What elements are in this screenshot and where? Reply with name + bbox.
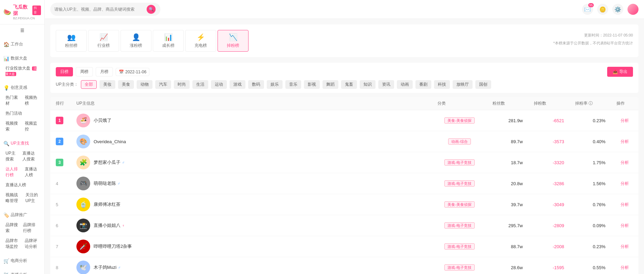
sidebar-item-workspace[interactable]: 🏠 工作台 bbox=[3, 39, 41, 49]
cat-all[interactable]: 全部 bbox=[81, 80, 97, 89]
th-action: 操作 bbox=[611, 97, 638, 110]
cat-entertainment[interactable]: 娱乐 bbox=[267, 80, 283, 89]
cat-fashion[interactable]: 时尚 bbox=[174, 80, 190, 89]
fans-count: 88.7w bbox=[511, 244, 523, 249]
sidebar-item-video-search[interactable]: 视频搜索 bbox=[3, 119, 22, 134]
search-input[interactable] bbox=[54, 7, 144, 12]
cat-music[interactable]: 音乐 bbox=[285, 80, 301, 89]
sidebar-item-follow-up[interactable]: 关注的UP主 bbox=[23, 191, 41, 205]
logo-icon: 🍉 bbox=[3, 8, 11, 16]
tab-industry[interactable]: 📈 行业榜 bbox=[88, 30, 119, 52]
date-picker[interactable]: 📅 2022-11-06 bbox=[116, 68, 149, 76]
sidebar-item-brand-market[interactable]: 品牌市场监控 bbox=[3, 236, 22, 251]
sidebar-item-brand-review[interactable]: 品牌评论分析 bbox=[23, 236, 41, 251]
loss-cell: -2809 bbox=[528, 215, 570, 236]
sidebar-item-ecommerce[interactable]: 🛒 电商分析 bbox=[3, 256, 41, 266]
badge-flow: 流量大盘 bbox=[6, 66, 36, 76]
menu-toggle[interactable]: ☰ bbox=[0, 24, 44, 36]
sidebar-item-datapan[interactable]: 📊 数据大盘 bbox=[3, 53, 41, 63]
sidebar-item-live-person[interactable]: 直播达人榜 bbox=[3, 181, 28, 189]
user-avatar[interactable] bbox=[627, 4, 638, 15]
cat-car[interactable]: 汽车 bbox=[155, 80, 171, 89]
sidebar-item-industry-board[interactable]: 行业投放大盘 流量大盘 bbox=[3, 64, 41, 78]
cat-animal[interactable]: 动物 bbox=[137, 80, 152, 89]
sidebar-item-live[interactable]: 📡 直播分析 bbox=[3, 270, 41, 274]
tab-growth[interactable]: 📊 成长榜 bbox=[153, 30, 184, 52]
cat-film[interactable]: 影视 bbox=[304, 80, 320, 89]
cat-ghost[interactable]: 鬼畜 bbox=[341, 80, 357, 89]
sidebar-item-video-hot[interactable]: 视频热榜 bbox=[23, 93, 41, 108]
loss-count: -3286 bbox=[553, 181, 564, 186]
tab-lose[interactable]: 📉 掉粉榜 bbox=[218, 30, 249, 52]
live-label: 直播分析 bbox=[11, 272, 27, 274]
sidebar-item-brand[interactable]: 🏷️ 品牌推广 bbox=[3, 210, 41, 220]
cat-digital[interactable]: 数码 bbox=[248, 80, 264, 89]
sidebar-item-brand-search[interactable]: 品牌搜索 bbox=[3, 221, 20, 235]
loss-cell: -3286 bbox=[528, 173, 570, 194]
cat-national[interactable]: 国创 bbox=[475, 80, 491, 89]
cat-tech[interactable]: 科技 bbox=[434, 80, 450, 89]
filter-daily[interactable]: 日榜 bbox=[56, 67, 73, 76]
datapan-label: 数据大盘 bbox=[11, 55, 27, 61]
cat-cinema[interactable]: 放映厅 bbox=[453, 80, 473, 89]
sidebar-item-live-search[interactable]: 直播达人搜索 bbox=[20, 149, 41, 164]
cat-cell: 游戏-电子竞技 bbox=[432, 152, 487, 173]
tab-fans[interactable]: 👥 粉丝榜 bbox=[56, 30, 87, 52]
action-cell: 分析 bbox=[611, 257, 638, 274]
cat-animation[interactable]: 动画 bbox=[397, 80, 413, 89]
sidebar-item-hot-material[interactable]: 热门素材 bbox=[3, 93, 22, 108]
tab-rising[interactable]: 👤 涨粉榜 bbox=[120, 30, 151, 52]
sidebar-item-live-rank[interactable]: 直播达人榜 bbox=[23, 165, 41, 179]
sidebar-item-creative[interactable]: 💡 创意灵感 bbox=[3, 83, 41, 93]
lose-icon: 📉 bbox=[229, 33, 237, 41]
tab-charge[interactable]: ⚡ 充电榜 bbox=[185, 30, 216, 52]
loss-count: -3320 bbox=[553, 160, 564, 165]
sidebar-item-video-strategy[interactable]: 视频战略管理 bbox=[3, 191, 23, 205]
analyze-button[interactable]: 分析 bbox=[621, 265, 629, 270]
date-value: 2022-11-06 bbox=[125, 70, 146, 74]
fans-count: 295.7w bbox=[508, 223, 523, 228]
analyze-button[interactable]: 分析 bbox=[621, 139, 629, 144]
action-cell: 分析 bbox=[611, 173, 638, 194]
cat-anime[interactable]: 番剧 bbox=[415, 80, 431, 89]
sidebar-item-upsearch[interactable]: 🔍 UP主查找 bbox=[3, 138, 41, 148]
brand-label: 品牌推广 bbox=[11, 212, 27, 218]
cat-dance[interactable]: 舞蹈 bbox=[323, 80, 338, 89]
datapan-icon: 📊 bbox=[3, 56, 9, 61]
analyze-button[interactable]: 分析 bbox=[621, 244, 629, 249]
cat-life[interactable]: 生活 bbox=[192, 80, 208, 89]
analyze-button[interactable]: 分析 bbox=[621, 223, 629, 228]
rate-cell: 0.76% bbox=[570, 194, 611, 215]
sidebar-item-up-search[interactable]: UP主搜索 bbox=[3, 149, 20, 164]
search-button[interactable]: 🔍 bbox=[147, 5, 156, 14]
cat-beauty[interactable]: 美妆 bbox=[99, 80, 115, 89]
cat-news[interactable]: 资讯 bbox=[378, 80, 394, 89]
filter-weekly[interactable]: 周榜 bbox=[76, 67, 93, 76]
sidebar-item-brand-rank[interactable]: 品牌排行榜 bbox=[21, 221, 41, 235]
rate-cell: 0.23% bbox=[570, 110, 611, 131]
sidebar-item-influencer-rank[interactable]: 达人排行榜 bbox=[3, 165, 22, 179]
cat-game[interactable]: 游戏 bbox=[230, 80, 245, 89]
sidebar-section-live: 📡 直播分析 bbox=[0, 267, 44, 274]
up-avatar: 🗡️ bbox=[76, 240, 90, 253]
sidebar-item-hot-activity[interactable]: 热门活动 bbox=[3, 109, 24, 118]
filter-monthly[interactable]: 月榜 bbox=[96, 67, 113, 76]
rank-cell: 2 bbox=[50, 131, 71, 152]
analyze-button[interactable]: 分析 bbox=[621, 160, 629, 165]
cat-knowledge[interactable]: 知识 bbox=[360, 80, 376, 89]
notification-icon[interactable]: ✉️ 55 bbox=[582, 4, 593, 15]
settings-icon[interactable]: ⚙️ bbox=[612, 4, 623, 15]
cat-sports[interactable]: 运动 bbox=[211, 80, 227, 89]
up-name: Overidea_China bbox=[94, 139, 126, 144]
sidebar-item-video-monitor[interactable]: 视频监控 bbox=[23, 119, 41, 134]
analyze-button[interactable]: 分析 bbox=[621, 181, 629, 186]
rate-cell: 0.23% bbox=[570, 236, 611, 257]
rank-badge: 2 bbox=[56, 138, 63, 145]
analyze-button[interactable]: 分析 bbox=[621, 202, 629, 207]
cat-food[interactable]: 美食 bbox=[118, 80, 134, 89]
analyze-button[interactable]: 分析 bbox=[621, 118, 629, 123]
export-button[interactable]: 📤 导出 bbox=[607, 67, 633, 77]
fans-count: 18.7w bbox=[511, 160, 523, 165]
fans-icon: 👥 bbox=[67, 33, 76, 41]
coin-icon[interactable]: 🪙 bbox=[597, 4, 608, 15]
